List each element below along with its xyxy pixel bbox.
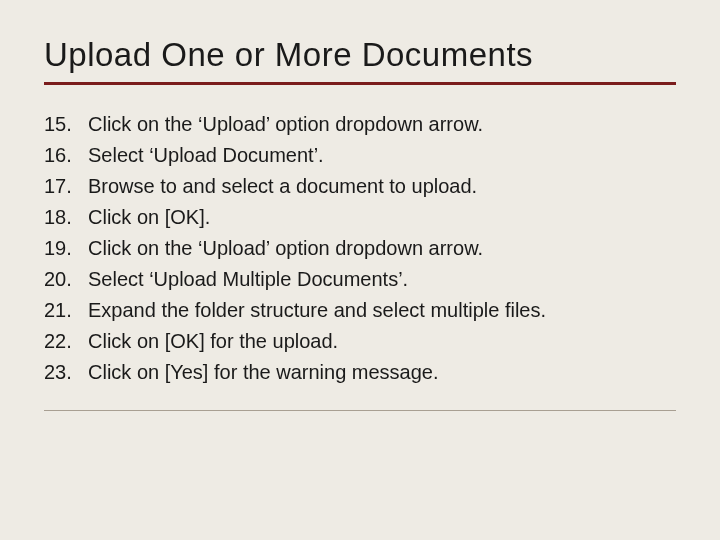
step-number: 20. — [44, 264, 88, 295]
list-item: 22. Click on [OK] for the upload. — [44, 326, 676, 357]
step-number: 22. — [44, 326, 88, 357]
step-text: Expand the folder structure and select m… — [88, 295, 676, 326]
step-number: 15. — [44, 109, 88, 140]
step-number: 21. — [44, 295, 88, 326]
step-text: Click on the ‘Upload’ option dropdown ar… — [88, 233, 676, 264]
step-text: Click on [Yes] for the warning message. — [88, 357, 676, 388]
slide: Upload One or More Documents 15. Click o… — [0, 0, 720, 540]
list-item: 16. Select ‘Upload Document’. — [44, 140, 676, 171]
list-item: 15. Click on the ‘Upload’ option dropdow… — [44, 109, 676, 140]
page-title: Upload One or More Documents — [44, 36, 676, 74]
list-item: 21. Expand the folder structure and sele… — [44, 295, 676, 326]
step-text: Select ‘Upload Document’. — [88, 140, 676, 171]
list-item: 17. Browse to and select a document to u… — [44, 171, 676, 202]
step-text: Click on the ‘Upload’ option dropdown ar… — [88, 109, 676, 140]
footer-divider — [44, 410, 676, 411]
list-item: 20. Select ‘Upload Multiple Documents’. — [44, 264, 676, 295]
step-number: 19. — [44, 233, 88, 264]
step-number: 23. — [44, 357, 88, 388]
step-text: Click on [OK] for the upload. — [88, 326, 676, 357]
step-number: 16. — [44, 140, 88, 171]
list-item: 19. Click on the ‘Upload’ option dropdow… — [44, 233, 676, 264]
list-item: 23. Click on [Yes] for the warning messa… — [44, 357, 676, 388]
steps-list: 15. Click on the ‘Upload’ option dropdow… — [44, 109, 676, 388]
step-text: Select ‘Upload Multiple Documents’. — [88, 264, 676, 295]
step-text: Click on [OK]. — [88, 202, 676, 233]
step-number: 17. — [44, 171, 88, 202]
list-item: 18. Click on [OK]. — [44, 202, 676, 233]
step-text: Browse to and select a document to uploa… — [88, 171, 676, 202]
step-number: 18. — [44, 202, 88, 233]
title-underline — [44, 82, 676, 85]
